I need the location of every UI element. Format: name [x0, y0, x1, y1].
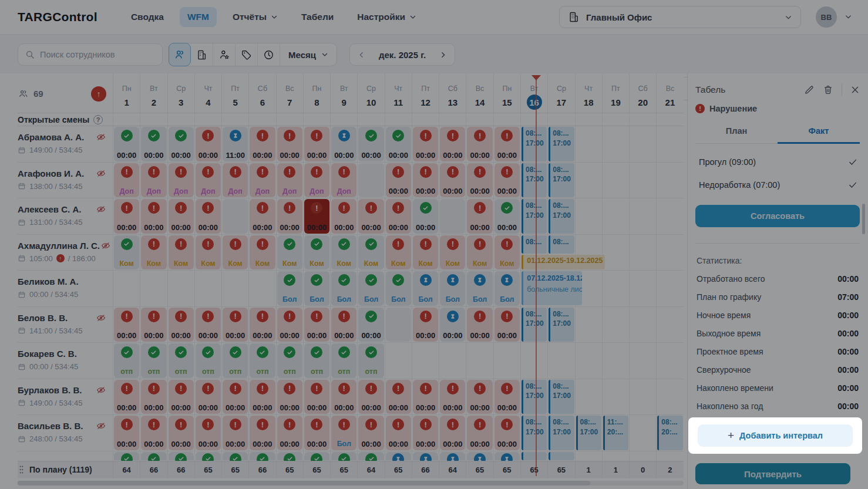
wfm-app: TARGControl Сводка WFM Отчёты Табели Нас…: [0, 0, 868, 489]
add-interval-button[interactable]: + Добавить интервал: [698, 424, 853, 447]
plus-icon: +: [728, 430, 734, 441]
spotlight-highlight: + Добавить интервал: [688, 417, 862, 454]
dim-overlay: [0, 0, 868, 489]
add-interval-label: Добавить интервал: [739, 431, 823, 440]
